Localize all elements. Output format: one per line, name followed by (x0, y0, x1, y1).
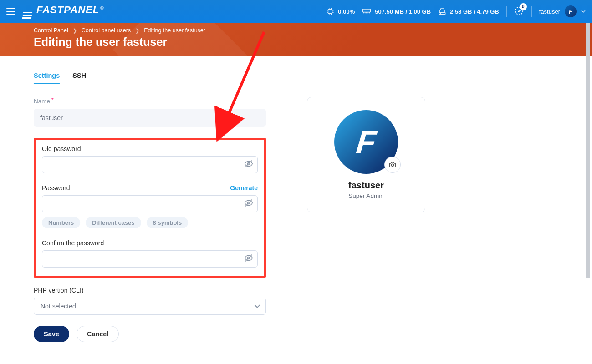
breadcrumb-item: Editing the user fastuser (144, 27, 205, 34)
field-label: Confirm the password (42, 239, 258, 247)
password-field: Password Generate Numbers Different case… (42, 184, 258, 228)
svg-rect-1 (363, 9, 371, 12)
svg-rect-0 (328, 10, 332, 14)
svg-point-3 (440, 13, 441, 14)
php-select[interactable] (34, 298, 266, 315)
ram-stat[interactable]: 507.50 MB / 1.00 GB (362, 8, 431, 15)
page-title: Editing the user fastuser (34, 35, 558, 49)
tab-settings[interactable]: Settings (34, 67, 60, 84)
cpu-value: 0.00% (338, 8, 355, 15)
breadcrumb-item[interactable]: Control Panel (34, 27, 68, 34)
ram-value: 507.50 MB / 1.00 GB (375, 8, 431, 15)
old-password-input[interactable] (42, 156, 258, 173)
generate-password-link[interactable]: Generate (230, 184, 258, 192)
toggle-visibility-icon[interactable] (244, 159, 253, 170)
user-card: F fastuser Super Admin (307, 97, 425, 212)
field-label: Old password (42, 145, 258, 152)
name-field: Name* fastuser (34, 97, 266, 127)
field-label: Password (42, 184, 70, 192)
brand-mark: ® (100, 5, 104, 10)
disk-icon (438, 7, 446, 15)
required-mark: * (51, 97, 54, 103)
camera-icon (388, 161, 397, 169)
brand-text: FASTPANEL (36, 4, 99, 15)
php-field: PHP vertion (CLI) (34, 287, 266, 315)
change-avatar-button[interactable] (384, 157, 401, 173)
password-hints: Numbers Different cases 8 symbols (42, 217, 258, 228)
chevron-down-icon (581, 9, 586, 14)
field-label: PHP vertion (CLI) (34, 287, 266, 294)
chip-numbers: Numbers (42, 217, 80, 228)
chip-cases: Different cases (86, 217, 141, 228)
chevron-right-icon: ❯ (73, 28, 77, 34)
confirm-password-field: Confirm the password (42, 239, 258, 268)
avatar-icon: F (565, 5, 577, 17)
chevron-right-icon: ❯ (135, 28, 139, 34)
save-button[interactable]: Save (34, 326, 69, 342)
chip-symbols: 8 symbols (147, 217, 189, 228)
settings-form: Name* fastuser Old password (34, 97, 266, 342)
content: Settings SSH Name* fastuser Old password (0, 56, 592, 353)
topbar: FASTPANEL® 0.00% 507.50 MB / 1.00 GB 2.5… (0, 0, 592, 23)
card-user-role: Super Admin (316, 192, 416, 199)
disk-stat[interactable]: 2.58 GB / 4.79 GB (438, 7, 499, 15)
page-header: Control Panel ❯ Control panel users ❯ Ed… (0, 23, 592, 56)
password-input[interactable] (42, 195, 258, 212)
confirm-password-input[interactable] (42, 250, 258, 268)
notif-badge: 0 (520, 3, 527, 10)
password-section-highlight: Old password Password Generate (34, 138, 266, 278)
current-user-name: fastuser (539, 8, 560, 15)
cpu-icon (326, 7, 334, 15)
old-password-field: Old password (42, 145, 258, 173)
breadcrumb-item[interactable]: Control panel users (82, 27, 131, 34)
notifications-button[interactable]: 0 (514, 6, 524, 17)
brand-logo[interactable]: FASTPANEL® (23, 4, 104, 19)
toggle-visibility-icon[interactable] (244, 198, 253, 209)
topbar-separator (506, 6, 507, 17)
topbar-separator (531, 6, 532, 17)
vertical-scrollbar[interactable] (585, 23, 591, 364)
tabs: Settings SSH (34, 67, 558, 84)
current-user-menu[interactable]: fastuser F (539, 5, 586, 17)
toggle-visibility-icon[interactable] (244, 253, 253, 264)
field-label: Name (34, 98, 50, 105)
menu-icon[interactable] (6, 8, 15, 15)
cpu-stat[interactable]: 0.00% (326, 7, 355, 15)
ram-icon (362, 8, 371, 15)
name-input: fastuser (34, 109, 266, 127)
disk-value: 2.58 GB / 4.79 GB (450, 8, 499, 15)
avatar-letter: F (354, 124, 378, 160)
user-avatar: F (334, 110, 398, 174)
card-user-name: fastuser (316, 180, 416, 191)
svg-point-11 (391, 164, 393, 166)
chevron-down-icon (254, 303, 260, 309)
logo-stripes-icon (22, 12, 33, 19)
cancel-button[interactable]: Cancel (77, 326, 119, 342)
tab-ssh[interactable]: SSH (72, 67, 86, 84)
breadcrumb: Control Panel ❯ Control panel users ❯ Ed… (34, 27, 558, 34)
